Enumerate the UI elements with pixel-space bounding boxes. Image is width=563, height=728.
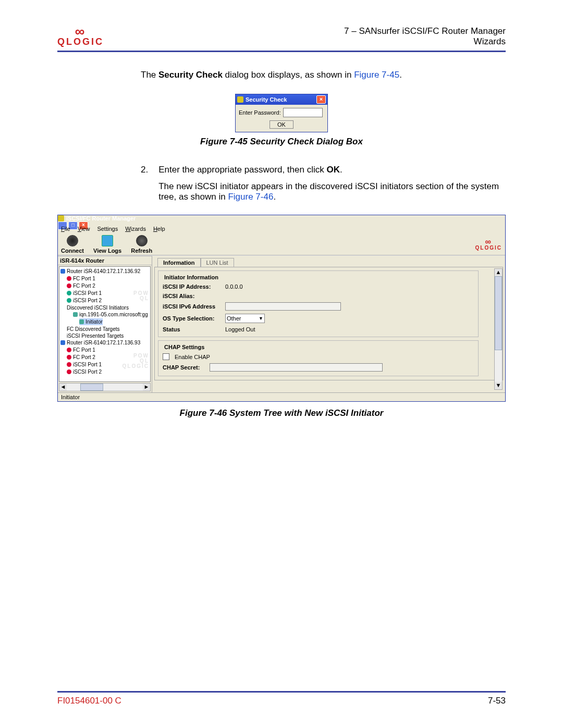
tree-r2-iscsi2[interactable]: iSCSI Port 2 [67,368,102,375]
intro-paragraph: The Security Check dialog box displays, … [141,70,506,80]
close-icon[interactable]: × [316,95,326,104]
qlogic-logo: ∞ QLOGIC [57,26,104,51]
statussbar: Initiator [58,392,505,401]
password-input[interactable] [283,108,323,117]
view-logs-icon [102,235,113,246]
enable-chap-label: Enable CHAP [175,354,210,360]
tree-r1-fcport1[interactable]: FC Port 1 [67,275,95,282]
figure-7-46-caption: Figure 7-46 System Tree with New iSCSI I… [57,408,506,418]
chap-secret-field[interactable] [210,363,383,372]
window-app-icon [58,215,64,221]
initiator-info-title: Initiator Information [163,274,220,280]
step-2-text: Enter the appropriate password, then cli… [158,165,506,175]
tree-router-2[interactable]: Router iSR-6140:172.17.136.93 [60,339,140,346]
connect-icon [67,235,78,246]
scroll-left-icon[interactable]: ◄ [59,384,67,391]
iscsi-alias-label: iSCSI Alias: [163,293,220,299]
tree-r2-fcport2[interactable]: FC Port 2 [67,354,95,361]
tree-r1-iscsi1[interactable]: iSCSI Port 1 [67,290,102,297]
iscsi-ip-value: 0.0.0.0 [225,283,243,290]
tree-r2-iscsi1[interactable]: iSCSI Port 1 [67,361,102,368]
menu-view[interactable]: View [78,226,90,232]
scroll-right-icon[interactable]: ► [143,384,150,391]
os-type-label: OS Type Selection: [163,315,220,322]
status-label: Status [163,326,220,332]
scroll-up-icon[interactable]: ▲ [495,269,502,276]
header-chapter-title: 7 – SANsurfer iSCSI/FC Router Manager [344,26,506,36]
tab-information[interactable]: Information [157,258,201,267]
refresh-button[interactable]: Refresh [131,235,152,254]
step-2-result-text: The new iSCSI initiator appears in the d… [158,181,506,202]
tree-r1-fcport2[interactable]: FC Port 2 [67,282,95,289]
view-logs-button[interactable]: View Logs [93,235,121,254]
ipv6-field[interactable] [225,302,341,311]
tree-discovered-initiators[interactable]: Discovered iSCSI Initiators [67,304,129,311]
ok-button[interactable]: OK [270,120,293,129]
window-title: iSCSI/FC Router Manager [66,215,136,221]
tree-r1-iscsi2[interactable]: iSCSI Port 2 [67,297,102,304]
panel-vscrollbar[interactable]: ▲ ▼ [494,268,503,390]
os-type-select[interactable]: Other ▼ [225,314,265,323]
tree-initiator-selected[interactable]: Initiator [79,318,103,325]
tree-hscrollbar[interactable]: ◄ ► [59,383,151,391]
chap-secret-label: CHAP Secret: [163,364,204,371]
iscsi-ip-label: iSCSI IP Address: [163,283,220,290]
footer-page: 7-53 [488,696,506,706]
header-section-title: Wizards [344,36,506,47]
step-2-number: 2. [141,165,148,202]
qlogic-brand-text: QLOGIC [57,36,104,47]
footer-docid: FI0154601-00 C [57,696,121,706]
status-value: Logged Out [225,326,255,332]
tree-fc-targets[interactable]: FC Discovered Targets [67,326,120,332]
menu-wizards[interactable]: Wizards [125,226,146,232]
tree-r2-fcport1[interactable]: FC Port 1 [67,347,95,353]
figure-7-45-caption: Figure 7-45 Security Check Dialog Box [57,137,506,147]
fig-7-45-link[interactable]: Figure 7-45 [354,70,399,80]
fig-7-46-link[interactable]: Figure 7-46 [228,192,273,202]
refresh-icon [136,235,148,246]
tree-iscsi-presented[interactable]: iSCSI Presented Targets [67,332,124,339]
system-tree[interactable]: POWQL POWQLQLOGIC Router iSR-6140:172.17… [59,266,151,382]
menu-file[interactable]: File [61,226,70,232]
iscsi-ipv6-label: iSCSI IPv6 Address [163,303,220,310]
router-manager-window: iSCSI/FC Router Manager _ □ × File View … [57,215,506,402]
tab-lunlist[interactable]: LUN List [201,258,234,267]
menu-help[interactable]: Help [153,226,165,232]
connect-button[interactable]: Connect [61,235,84,254]
enter-password-label: Enter Password: [239,109,281,116]
qlogic-icon: ∞ [75,26,87,36]
tree-iqn[interactable]: iqn.1991-05.com.microsoft:gg [73,311,148,318]
chap-settings-title: CHAP Settings [163,344,206,350]
enable-chap-checkbox[interactable] [163,353,169,360]
sidebar-title: iSR-614x Router [58,256,152,265]
chevron-down-icon: ▼ [259,316,263,321]
tree-router-1[interactable]: Router iSR-6140:172.17.136.92 [60,268,140,275]
security-check-dialog: Security Check × Enter Password: OK [235,94,328,132]
dialog-app-icon [237,96,243,103]
dialog-title: Security Check [246,96,287,103]
menu-settings[interactable]: Settings [97,226,118,232]
scroll-down-icon[interactable]: ▼ [495,382,502,389]
qlogic-logo-small: ∞ QLOGIC [475,239,502,251]
